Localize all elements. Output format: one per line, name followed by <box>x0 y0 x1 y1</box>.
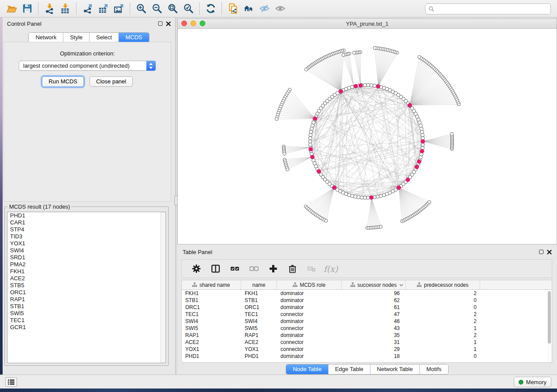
close-panel-icon[interactable] <box>166 21 171 26</box>
column-header-MCDS-role[interactable]: MCDS role <box>277 280 342 289</box>
table-cell[interactable]: 2 <box>406 311 480 317</box>
table-cell[interactable]: FKH1 <box>182 290 241 296</box>
result-node-item[interactable]: PMA2 <box>7 261 166 268</box>
table-row[interactable]: TEC1TEC1connector472 <box>182 311 552 318</box>
clone-network-button[interactable] <box>225 2 241 16</box>
result-node-item[interactable]: STB1 <box>7 303 166 310</box>
table-cell[interactable]: SWI4 <box>182 318 241 324</box>
result-node-item[interactable]: SRD1 <box>7 254 166 261</box>
table-cell[interactable]: connector <box>277 325 342 331</box>
table-cell[interactable]: 0 <box>406 297 480 303</box>
table-scrollbar[interactable] <box>547 290 551 363</box>
table-row[interactable]: RAP1RAP1dominator352 <box>182 332 552 339</box>
save-session-button[interactable] <box>19 2 35 16</box>
table-cell[interactable]: 1 <box>406 325 480 331</box>
table-cell[interactable]: 35 <box>342 332 406 338</box>
network-window-titlebar[interactable]: YPA_prune.txt_1 <box>178 19 557 29</box>
zoom-selected-button[interactable] <box>180 2 196 16</box>
table-cell[interactable]: FKH1 <box>241 290 277 296</box>
column-header-successor-nodes[interactable]: successor nodes <box>342 280 406 289</box>
table-cell[interactable]: 18 <box>342 353 406 359</box>
table-cell[interactable]: SWI5 <box>182 325 241 331</box>
result-node-item[interactable]: SWI5 <box>7 310 166 317</box>
result-node-item[interactable]: FKH1 <box>7 268 166 275</box>
table-cell[interactable]: SWI4 <box>241 318 277 324</box>
window-close-button[interactable] <box>181 21 187 26</box>
select-all-button[interactable] <box>228 262 241 276</box>
tab-network[interactable]: Network <box>29 33 63 42</box>
table-cell[interactable]: 2 <box>406 318 480 324</box>
criterion-dropdown[interactable]: largest connected component (undirected) <box>19 61 156 71</box>
table-cell[interactable]: 46 <box>342 318 406 324</box>
result-node-item[interactable]: ACE2 <box>7 275 166 282</box>
result-node-item[interactable]: TEC1 <box>7 317 166 324</box>
table-cell[interactable]: 43 <box>342 325 406 331</box>
table-cell[interactable]: STB1 <box>241 297 277 303</box>
open-file-button[interactable] <box>3 2 19 16</box>
run-mcds-button[interactable]: Run MCDS <box>42 76 84 87</box>
table-row[interactable]: ACE2ACE2connector311 <box>182 339 552 346</box>
delete-column-button[interactable] <box>286 262 299 276</box>
table-cell[interactable]: YOX1 <box>182 346 241 352</box>
window-zoom-button[interactable] <box>200 21 205 26</box>
table-cell[interactable]: dominator <box>277 290 342 296</box>
table-scrollbar-thumb[interactable] <box>548 291 551 344</box>
mcds-result-list[interactable]: PHD1CAR1STP4TID3YOX1SWI4SRD1PMA2FKH1ACE2… <box>7 212 166 363</box>
table-cell[interactable]: TEC1 <box>182 311 241 317</box>
table-row[interactable]: ORC1ORC1dominator610 <box>182 304 552 311</box>
tab-network-table[interactable]: Network Table <box>370 364 420 374</box>
table-cell[interactable]: connector <box>277 339 342 345</box>
table-cell[interactable]: 1 <box>406 339 480 345</box>
zoom-fit-button[interactable] <box>165 2 180 16</box>
hide-selected-button[interactable] <box>256 2 272 16</box>
network-canvas[interactable] <box>178 29 557 244</box>
table-cell[interactable]: 62 <box>342 297 406 303</box>
table-row[interactable]: SWI5SWI5connector431 <box>182 325 552 332</box>
table-cell[interactable]: 2 <box>406 290 480 296</box>
table-cell[interactable]: 31 <box>342 339 406 345</box>
result-list-scrollbar[interactable] <box>160 212 166 363</box>
table-cell[interactable]: 0 <box>406 304 480 310</box>
float-panel-icon[interactable] <box>539 250 543 254</box>
table-cell[interactable]: dominator <box>277 304 342 310</box>
zoom-out-button[interactable] <box>149 2 165 16</box>
search-box[interactable] <box>425 3 551 14</box>
table-cell[interactable]: SWI5 <box>241 325 277 331</box>
result-node-item[interactable]: YOX1 <box>7 240 166 247</box>
table-cell[interactable]: ORC1 <box>241 304 277 310</box>
tab-motifs[interactable]: Motifs <box>420 364 448 374</box>
deselect-all-button[interactable] <box>247 262 260 276</box>
result-node-item[interactable]: GCR1 <box>7 324 166 331</box>
result-node-item[interactable]: SWI4 <box>7 247 166 254</box>
close-panel-icon[interactable] <box>547 250 552 254</box>
table-cell[interactable]: ORC1 <box>182 304 241 310</box>
memory-button[interactable]: Memory <box>514 377 551 387</box>
search-input[interactable] <box>436 6 547 12</box>
export-table-button[interactable] <box>95 2 111 16</box>
table-cell[interactable]: dominator <box>277 297 342 303</box>
table-cell[interactable]: dominator <box>277 318 342 324</box>
table-row[interactable]: FKH1FKH1dominator962 <box>182 290 552 297</box>
table-cell[interactable]: dominator <box>277 353 342 359</box>
task-history-button[interactable] <box>5 377 17 387</box>
column-header-predecessor-nodes[interactable]: predecessor nodes <box>406 280 480 289</box>
add-column-button[interactable] <box>266 262 280 276</box>
table-settings-button[interactable] <box>190 262 203 276</box>
table-cell[interactable]: 47 <box>342 311 406 317</box>
export-network-button[interactable] <box>80 2 95 16</box>
refresh-view-button[interactable] <box>203 2 218 16</box>
table-cell[interactable]: RAP1 <box>241 332 277 338</box>
result-node-item[interactable]: CAR1 <box>7 219 166 226</box>
import-table-button[interactable] <box>57 2 73 16</box>
show-all-button[interactable] <box>272 2 288 16</box>
export-image-button[interactable] <box>111 2 127 16</box>
table-cell[interactable]: dominator <box>277 332 342 338</box>
table-cell[interactable]: STB1 <box>182 297 241 303</box>
window-minimize-button[interactable] <box>190 21 196 26</box>
table-cell[interactable]: 96 <box>342 290 406 296</box>
table-cell[interactable]: connector <box>277 311 342 317</box>
table-row[interactable]: SWI4SWI4dominator462 <box>182 318 552 325</box>
result-node-item[interactable]: TID3 <box>7 233 166 240</box>
table-cell[interactable]: YOX1 <box>241 346 277 352</box>
show-column-pane-button[interactable] <box>209 262 222 276</box>
